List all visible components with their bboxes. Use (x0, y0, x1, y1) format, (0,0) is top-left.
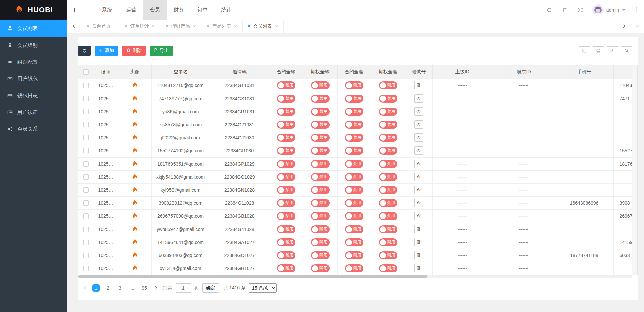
sort-icon[interactable] (107, 70, 110, 74)
option-win-toggle[interactable]: 禁用 (379, 225, 397, 233)
kebab-menu-icon[interactable] (634, 7, 639, 12)
page-number[interactable]: 1 (92, 284, 100, 292)
contract-win-toggle[interactable]: 禁用 (345, 108, 363, 116)
per-page-select[interactable]: 15 条/页 (249, 283, 277, 293)
test-account-flag[interactable]: 否 (414, 133, 423, 142)
test-account-flag[interactable]: 否 (414, 94, 423, 103)
test-account-flag[interactable]: 否 (414, 81, 423, 89)
tab-item[interactable]: 订单统计 × (119, 20, 160, 33)
test-account-flag[interactable]: 否 (414, 251, 423, 259)
row-checkbox[interactable] (83, 187, 89, 193)
option-lose-toggle[interactable]: 禁用 (311, 134, 330, 142)
tabs-scroll-left-icon[interactable] (67, 20, 81, 33)
option-win-toggle[interactable]: 禁用 (379, 173, 397, 181)
contract-lose-toggle[interactable]: 禁用 (277, 225, 295, 233)
search-icon[interactable] (621, 46, 632, 55)
col-header-id[interactable]: id (94, 65, 118, 79)
contract-lose-toggle[interactable]: 禁用 (277, 160, 295, 168)
contract-win-toggle[interactable]: 禁用 (345, 160, 363, 168)
tab-item[interactable]: 会员列表 × (243, 20, 284, 33)
sidebar-item[interactable]: 用户钱包 (0, 70, 67, 87)
trash-icon[interactable] (561, 7, 568, 13)
contract-lose-toggle[interactable]: 禁用 (277, 108, 295, 116)
horizontal-scrollbar-thumb[interactable] (78, 275, 427, 278)
contract-win-toggle[interactable]: 禁用 (345, 186, 363, 194)
contract-win-toggle[interactable]: 禁用 (345, 95, 363, 103)
contract-lose-toggle[interactable]: 禁用 (277, 81, 295, 89)
contract-win-toggle[interactable]: 禁用 (345, 199, 363, 207)
refresh-button[interactable] (78, 46, 91, 56)
nav-menu-item[interactable]: 运营 (119, 0, 143, 20)
option-win-toggle[interactable]: 禁用 (379, 95, 397, 103)
option-lose-toggle[interactable]: 禁用 (311, 225, 330, 233)
contract-lose-toggle[interactable]: 禁用 (277, 186, 295, 194)
row-checkbox[interactable] (83, 161, 89, 167)
vertical-scrollbar[interactable] (632, 65, 638, 275)
tab-close-icon[interactable]: × (234, 24, 237, 29)
nav-menu-item[interactable]: 统计 (214, 0, 238, 20)
sidebar-item[interactable]: 钱包日志 (0, 87, 67, 104)
option-win-toggle[interactable]: 禁用 (379, 81, 397, 89)
contract-lose-toggle[interactable]: 禁用 (277, 147, 295, 155)
contract-win-toggle[interactable]: 禁用 (345, 173, 363, 181)
contract-win-toggle[interactable]: 禁用 (345, 121, 363, 129)
nav-menu-item[interactable]: 订单 (191, 0, 214, 20)
contract-lose-toggle[interactable]: 禁用 (277, 173, 295, 181)
sidebar-item[interactable]: 会员关系 (0, 121, 67, 137)
tab-close-icon[interactable]: × (275, 24, 278, 29)
goto-page-input[interactable] (176, 283, 191, 293)
row-checkbox[interactable] (83, 109, 89, 114)
contract-win-toggle[interactable]: 禁用 (345, 147, 363, 155)
sidebar-item[interactable]: 用户认证 (0, 104, 67, 121)
contract-win-toggle[interactable]: 禁用 (345, 225, 363, 233)
tab-item[interactable]: 理财产品 × (160, 20, 201, 33)
option-lose-toggle[interactable]: 禁用 (311, 160, 330, 168)
option-lose-toggle[interactable]: 禁用 (311, 121, 330, 129)
user-menu[interactable]: admin (592, 4, 625, 16)
add-button[interactable]: 添加 (95, 46, 118, 56)
test-account-flag[interactable]: 否 (414, 186, 423, 194)
option-lose-toggle[interactable]: 禁用 (311, 199, 330, 207)
sidebar-toggle-icon[interactable] (67, 0, 87, 20)
test-account-flag[interactable]: 否 (414, 199, 423, 207)
download-export-icon[interactable] (607, 46, 618, 55)
option-lose-toggle[interactable]: 禁用 (311, 264, 330, 272)
option-win-toggle[interactable]: 禁用 (379, 251, 397, 259)
contract-lose-toggle[interactable]: 禁用 (277, 238, 295, 246)
test-account-flag[interactable]: 否 (414, 212, 423, 220)
option-lose-toggle[interactable]: 禁用 (311, 95, 330, 103)
contract-win-toggle[interactable]: 禁用 (345, 238, 363, 246)
test-account-flag[interactable]: 否 (414, 146, 423, 155)
contract-lose-toggle[interactable]: 禁用 (277, 95, 295, 103)
test-account-flag[interactable]: 否 (414, 173, 423, 181)
export-button[interactable]: 导出 (150, 46, 173, 56)
option-win-toggle[interactable]: 禁用 (379, 264, 397, 272)
option-win-toggle[interactable]: 禁用 (379, 160, 397, 168)
contract-win-toggle[interactable]: 禁用 (345, 134, 363, 142)
row-checkbox[interactable] (83, 227, 89, 232)
row-checkbox[interactable] (83, 253, 89, 258)
refresh-icon[interactable] (546, 7, 553, 13)
row-checkbox[interactable] (83, 213, 89, 219)
contract-lose-toggle[interactable]: 禁用 (277, 199, 295, 207)
columns-filter-icon[interactable] (579, 46, 590, 55)
page-number[interactable]: 3 (116, 284, 125, 292)
option-win-toggle[interactable]: 禁用 (379, 108, 397, 116)
next-page-icon[interactable] (152, 284, 159, 292)
contract-win-toggle[interactable]: 禁用 (345, 251, 363, 259)
tab-close-icon[interactable]: × (152, 24, 155, 29)
tab-item[interactable]: 产品列表 × (201, 20, 242, 33)
row-checkbox[interactable] (83, 83, 89, 88)
page-number[interactable]: 95 (140, 284, 149, 292)
option-win-toggle[interactable]: 禁用 (379, 147, 397, 155)
row-checkbox[interactable] (83, 96, 89, 101)
contract-lose-toggle[interactable]: 禁用 (277, 212, 295, 220)
page-number[interactable]: 2 (104, 284, 112, 292)
row-checkbox[interactable] (83, 266, 89, 271)
option-lose-toggle[interactable]: 禁用 (311, 186, 330, 194)
option-win-toggle[interactable]: 禁用 (379, 238, 397, 246)
row-checkbox[interactable] (83, 122, 89, 127)
select-all-checkbox[interactable] (83, 69, 89, 75)
option-win-toggle[interactable]: 禁用 (379, 186, 397, 194)
test-account-flag[interactable]: 否 (414, 160, 423, 168)
